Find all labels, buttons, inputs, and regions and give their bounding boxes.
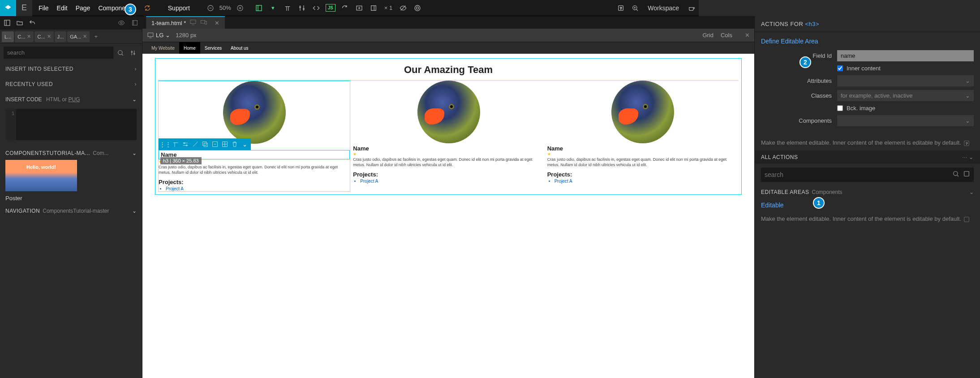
- site-nav-home[interactable]: Home: [179, 42, 200, 54]
- svg-rect-48: [133, 21, 138, 26]
- preview-icon[interactable]: [352, 0, 366, 16]
- top-toolbar: E File Edit Page Components 3 Support 50…: [0, 0, 699, 16]
- recently-used[interactable]: RECENTLY USED›: [0, 77, 142, 92]
- close-icon[interactable]: ✕: [47, 34, 51, 39]
- trash-icon[interactable]: [230, 139, 239, 149]
- file-tab[interactable]: C...✕: [34, 31, 53, 42]
- props-icon[interactable]: [181, 139, 190, 149]
- paint-icon[interactable]: [191, 139, 200, 149]
- settings-icon[interactable]: [128, 47, 138, 59]
- panel-icon[interactable]: [2, 17, 13, 28]
- help-icon[interactable]: ?: [614, 0, 628, 16]
- svg-point-50: [118, 50, 122, 54]
- site-nav-services[interactable]: Services: [200, 42, 226, 54]
- zoom-out-icon[interactable]: [203, 0, 218, 16]
- member-name-h3: Name: [353, 143, 544, 152]
- menu-edit[interactable]: Edit: [57, 4, 68, 12]
- team-member-card[interactable]: ⋮⋮ ⌄ Name h3 | 360 × 25.83 ★: [158, 81, 350, 192]
- member-description: Cras justo odio, dapibus ac facilisis in…: [159, 164, 350, 176]
- insert-into-selected[interactable]: INSERT INTO SELECTED›: [0, 61, 142, 77]
- file-tab[interactable]: GA...✕: [67, 31, 90, 42]
- code-area[interactable]: 1: [5, 109, 137, 140]
- poster-hello: Hello, world!: [5, 164, 77, 170]
- file-tab[interactable]: J...: [55, 31, 67, 42]
- svg-line-21: [636, 9, 638, 10]
- menu-file[interactable]: File: [39, 4, 49, 12]
- more-icon[interactable]: ⌄: [240, 139, 249, 149]
- file-tab[interactable]: L...: [2, 31, 14, 42]
- devices-icon[interactable]: [200, 19, 207, 27]
- reload-icon[interactable]: [338, 0, 352, 16]
- code-line-number: 1: [5, 109, 16, 140]
- coffee-icon[interactable]: [684, 0, 699, 16]
- member-photo: [611, 81, 674, 143]
- components-tutorial-header[interactable]: COMPONENTSTUTORIAL-MA... Com... ⌄: [5, 150, 137, 156]
- duplicate-icon[interactable]: [201, 139, 210, 149]
- search-icon[interactable]: [115, 47, 126, 59]
- main-menu: File Edit Page Components: [32, 4, 140, 12]
- canvas-toolbar: LG ⌄ 1280 px Grid Cols ✕: [142, 29, 699, 42]
- layout-tool-icon[interactable]: [252, 0, 266, 16]
- visibility-icon[interactable]: [396, 0, 410, 16]
- wrap-icon[interactable]: [211, 139, 219, 149]
- menu-page[interactable]: Page: [76, 4, 90, 12]
- target-icon[interactable]: [410, 0, 425, 16]
- magnify-icon[interactable]: [628, 0, 642, 16]
- site-nav-brand[interactable]: My Website: [147, 42, 179, 54]
- close-icon[interactable]: ✕: [215, 20, 219, 26]
- svg-rect-27: [205, 21, 207, 24]
- document-tabs: 1-team.html * ✕: [142, 16, 699, 29]
- menu-support[interactable]: Support: [168, 4, 190, 12]
- svg-point-12: [359, 7, 360, 9]
- member-name-h3: Name: [547, 143, 699, 152]
- text-tool-icon[interactable]: [280, 0, 295, 16]
- member-description: Cras justo odio, dapibus ac facilisis in…: [547, 156, 699, 168]
- element-dimensions-tooltip: h3 | 360 × 25.83: [160, 157, 202, 164]
- project-link[interactable]: Project A: [554, 179, 699, 184]
- project-link[interactable]: Project A: [360, 179, 544, 184]
- close-icon[interactable]: ✕: [83, 34, 87, 39]
- zoom-in-icon[interactable]: [233, 0, 247, 16]
- desktop-icon[interactable]: [189, 19, 197, 27]
- star-icon: ★: [547, 152, 699, 156]
- undo-icon[interactable]: [27, 17, 38, 28]
- step-badge-3: 3: [125, 4, 136, 15]
- element-mini-toolbar: ⋮⋮ ⌄: [159, 138, 251, 150]
- code-tool-icon[interactable]: [309, 0, 323, 16]
- grid-icon[interactable]: [220, 139, 229, 149]
- svg-rect-13: [371, 5, 376, 10]
- project-link[interactable]: Project A: [166, 186, 350, 191]
- device-selector[interactable]: LG ⌄: [147, 32, 170, 39]
- eye-icon[interactable]: [116, 17, 127, 28]
- svg-rect-11: [357, 6, 362, 10]
- chevron-down-icon[interactable]: ▾: [266, 0, 280, 16]
- editor-logo[interactable]: E: [16, 0, 32, 16]
- collapse-icon[interactable]: [129, 17, 140, 28]
- insert-code[interactable]: INSERT CODE HTML or PUG ⌄: [0, 92, 142, 107]
- team-member-card[interactable]: Name ★ Cras justo odio, dapibus ac facil…: [353, 81, 544, 192]
- navigation-header[interactable]: NAVIGATION ComponentsTutorial-master ⌄: [5, 208, 137, 214]
- left-search-input[interactable]: [4, 47, 113, 59]
- text-edit-icon[interactable]: [171, 139, 180, 149]
- refresh-icon[interactable]: [140, 0, 155, 16]
- adjust-tool-icon[interactable]: [295, 0, 309, 16]
- app-logo[interactable]: [0, 0, 16, 16]
- workspace-label[interactable]: Workspace: [642, 4, 684, 12]
- team-member-card[interactable]: Name ★ Cras justo odio, dapibus ac facil…: [547, 81, 699, 192]
- canvas[interactable]: My Website Home Services About us Our Am…: [142, 42, 699, 270]
- js-tool-icon[interactable]: JS: [323, 0, 338, 16]
- poster-label: Poster: [5, 195, 137, 202]
- add-tab-icon[interactable]: +: [90, 31, 101, 42]
- close-icon[interactable]: ✕: [27, 34, 31, 39]
- poster-thumbnail[interactable]: Hello, world!: [5, 160, 77, 191]
- file-tabs: L... C...✕ C...✕ J... GA...✕ +: [0, 30, 142, 44]
- doc-tab-active[interactable]: 1-team.html * ✕: [146, 16, 225, 29]
- svg-text:?: ?: [620, 6, 622, 10]
- projects-heading: Projects:: [547, 168, 699, 179]
- device-icon[interactable]: [366, 0, 381, 16]
- drag-handle-icon[interactable]: ⋮⋮: [160, 139, 170, 149]
- site-nav-about[interactable]: About us: [226, 42, 253, 54]
- left-top-icons: [0, 16, 142, 30]
- file-tab[interactable]: C...✕: [15, 31, 34, 42]
- folder-icon[interactable]: [14, 17, 25, 28]
